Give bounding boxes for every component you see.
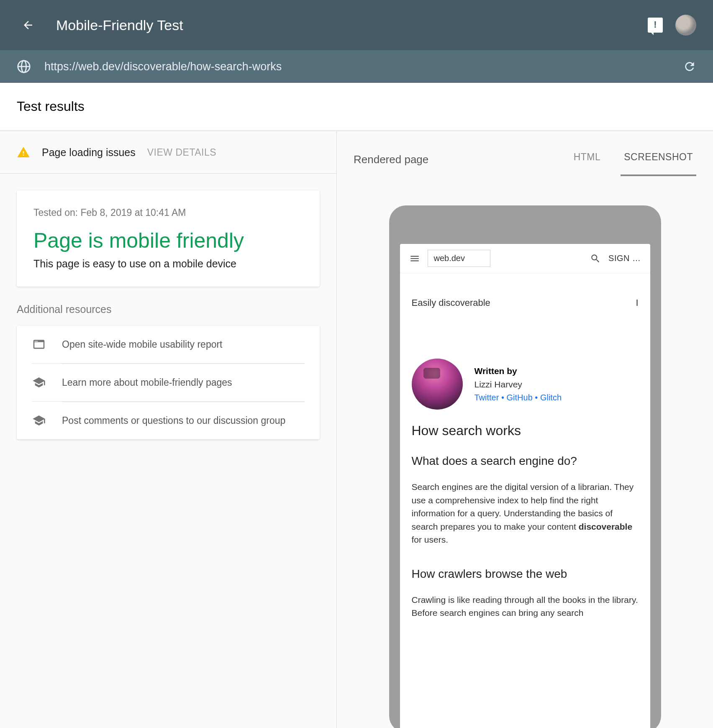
article-h2a: What does a search engine do? <box>412 454 639 468</box>
result-card: Tested on: Feb 8, 2019 at 10:41 AM Page … <box>17 190 320 287</box>
back-button[interactable] <box>17 14 39 36</box>
phone-preview: web.dev SIGN … Easily discoverable I <box>337 176 713 728</box>
user-avatar[interactable] <box>675 15 696 36</box>
written-by-label: Written by <box>474 366 562 376</box>
issues-label: Page loading issues <box>42 146 136 159</box>
warning-icon <box>17 146 30 159</box>
web-icon <box>32 337 46 351</box>
left-pane: Page loading issues VIEW DETAILS Tested … <box>0 131 337 728</box>
refresh-button[interactable] <box>683 60 696 73</box>
link-twitter[interactable]: Twitter <box>474 393 499 402</box>
feedback-icon[interactable] <box>648 18 663 33</box>
url-bar: https://web.dev/discoverable/how-search-… <box>0 50 713 83</box>
tested-on: Tested on: Feb 8, 2019 at 10:41 AM <box>33 207 303 218</box>
preview-topbar: web.dev SIGN … <box>400 244 650 273</box>
resources-card: Open site-wide mobile usability report L… <box>17 326 320 439</box>
menu-icon[interactable] <box>409 253 420 264</box>
link-github[interactable]: GitHub <box>507 393 533 402</box>
preview-breadcrumb: Easily discoverable I <box>412 297 639 308</box>
resource-label: Learn more about mobile-friendly pages <box>62 377 232 388</box>
preview-site-box[interactable]: web.dev <box>428 250 490 267</box>
preview-signin[interactable]: SIGN … <box>608 254 641 263</box>
resource-label: Post comments or questions to our discus… <box>62 415 285 426</box>
main: Page loading issues VIEW DETAILS Tested … <box>0 131 713 728</box>
verdict-subtitle: This page is easy to use on a mobile dev… <box>33 258 303 270</box>
author-row: Written by Lizzi Harvey Twitter • GitHub… <box>412 359 639 410</box>
article-para2: Crawling is like reading through all the… <box>412 593 639 620</box>
right-pane: Rendered page HTML SCREENSHOT web.dev SI… <box>337 131 713 728</box>
search-icon[interactable] <box>590 253 601 264</box>
phone-screen: web.dev SIGN … Easily discoverable I <box>400 244 650 728</box>
right-header: Rendered page HTML SCREENSHOT <box>337 131 713 176</box>
article-h2b: How crawlers browse the web <box>412 567 639 581</box>
author-name: Lizzi Harvey <box>474 379 562 390</box>
tabs: HTML SCREENSHOT <box>570 143 696 176</box>
results-heading: Test results <box>0 83 713 131</box>
resource-learn-more[interactable]: Learn more about mobile-friendly pages <box>32 363 305 401</box>
resource-label: Open site-wide mobile usability report <box>62 339 223 350</box>
article-title: How search works <box>412 423 639 438</box>
app-title: Mobile-Friendly Test <box>56 17 648 33</box>
phone-frame: web.dev SIGN … Easily discoverable I <box>389 205 661 728</box>
resource-usability-report[interactable]: Open site-wide mobile usability report <box>32 326 305 363</box>
author-links: Twitter • GitHub • Glitch <box>474 393 562 402</box>
author-meta: Written by Lizzi Harvey Twitter • GitHub… <box>474 359 562 410</box>
tab-html[interactable]: HTML <box>570 143 604 176</box>
author-avatar <box>412 359 463 410</box>
rendered-page-label: Rendered page <box>354 153 428 166</box>
school-icon <box>32 413 46 428</box>
view-details-button[interactable]: VIEW DETAILS <box>147 147 216 158</box>
globe-icon <box>17 59 31 74</box>
header: Mobile-Friendly Test https://web.dev/dis… <box>0 0 713 83</box>
header-top: Mobile-Friendly Test <box>0 0 713 50</box>
breadcrumb-text: Easily discoverable <box>412 297 490 308</box>
header-actions <box>648 15 696 36</box>
issues-bar: Page loading issues VIEW DETAILS <box>0 131 336 174</box>
arrow-left-icon <box>22 19 34 31</box>
breadcrumb-right: I <box>636 297 638 308</box>
verdict: Page is mobile friendly <box>33 228 303 253</box>
preview-body: Easily discoverable I Written by Lizzi H… <box>400 273 650 653</box>
school-icon <box>32 375 46 390</box>
additional-heading: Additional resources <box>17 303 320 315</box>
url-input[interactable]: https://web.dev/discoverable/how-search-… <box>44 60 669 73</box>
tab-screenshot[interactable]: SCREENSHOT <box>621 143 696 176</box>
link-glitch[interactable]: Glitch <box>540 393 562 402</box>
resource-discussion[interactable]: Post comments or questions to our discus… <box>32 401 305 439</box>
article-para1: Search engines are the digital version o… <box>412 480 639 546</box>
